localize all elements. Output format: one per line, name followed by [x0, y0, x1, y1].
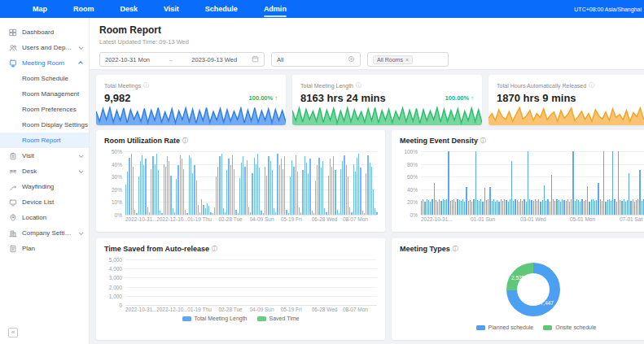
bar: [306, 163, 307, 215]
bar: [440, 201, 441, 215]
info-icon[interactable]: ⓘ: [356, 81, 361, 89]
sidebar-item-room-display-settings[interactable]: Room Display Settings: [0, 117, 89, 133]
bar: [207, 203, 208, 215]
date-end-value[interactable]: 2023-09-13 Wed: [191, 56, 237, 63]
stacked-bar-chart-time-saved-from-auto-release[interactable]: 5,0004,0003,0002,0001,0000: [125, 259, 377, 305]
legend-swatch: [182, 316, 191, 321]
bar: [600, 199, 601, 215]
bar: [235, 210, 236, 215]
bar: [208, 206, 209, 215]
bar: [517, 200, 518, 215]
info-icon[interactable]: ⓘ: [589, 81, 594, 89]
bar: [174, 212, 175, 215]
info-icon[interactable]: ⓘ: [182, 137, 188, 145]
bar: [470, 200, 471, 215]
nav-item-visit[interactable]: Visit: [164, 0, 179, 18]
info-icon[interactable]: ⓘ: [480, 137, 486, 145]
sidebar-item-location[interactable]: Location: [0, 210, 89, 225]
bar: [151, 169, 151, 215]
sidebar-item-room-management[interactable]: Room Management: [0, 86, 89, 102]
date-start-value[interactable]: 2022-10-31 Mon: [105, 56, 150, 63]
bar: [576, 199, 577, 215]
plan-icon: [8, 244, 17, 253]
bar: [504, 199, 505, 216]
timezone-label[interactable]: UTC+08:00 Asia/Shanghai: [574, 7, 644, 12]
legend-item-total-meeting-length[interactable]: Total Meeting Length: [182, 316, 248, 321]
nav-item-map[interactable]: Map: [33, 0, 47, 18]
bar: [248, 207, 249, 215]
sidebar-item-visit[interactable]: Visit: [0, 148, 89, 163]
sidebar-item-users-and-departments[interactable]: Users and Departments: [0, 40, 89, 55]
rooms-select[interactable]: All Rooms ×: [367, 52, 449, 67]
sidebar-item-meeting-room[interactable]: Meeting Room: [0, 55, 89, 71]
bar: [167, 156, 168, 215]
nav-item-admin[interactable]: Admin: [264, 0, 287, 18]
bar: [614, 199, 615, 215]
bar: [247, 160, 248, 215]
chart-title: Room Utilization Rate: [104, 137, 180, 145]
legend-item-saved-time[interactable]: Saved Time: [257, 316, 300, 321]
bar: [559, 200, 559, 215]
chart-panel-meeting-types: Meeting Typesⓘ7,4472,535Planned schedule…: [392, 238, 644, 340]
x-axis-tick: 06-28 Wed: [312, 307, 343, 312]
bar-chart-room-utilization-rate[interactable]: 50%40%30%20%10%0%: [125, 151, 377, 215]
bar: [436, 200, 436, 215]
bar: [621, 201, 622, 215]
bar: [587, 186, 588, 215]
bar: [216, 176, 217, 215]
sidebar-item-plan[interactable]: Plan: [0, 241, 89, 256]
legend-item-planned-schedule[interactable]: Planned schedule: [476, 324, 534, 330]
bar: [445, 200, 445, 215]
sidebar-item-company-settings[interactable]: Company Settings: [0, 225, 89, 241]
sidebar: DashboardUsers and DepartmentsMeeting Ro…: [0, 18, 90, 344]
bar: [437, 202, 438, 215]
bar: [358, 154, 359, 215]
rooms-tag[interactable]: All Rooms ×: [373, 55, 413, 64]
bar: [625, 202, 626, 215]
x-axis-tick: 08-07 Mon: [343, 307, 374, 312]
sidebar-item-device-list[interactable]: Device List: [0, 194, 89, 210]
company-settings-icon: [8, 229, 17, 237]
bar: [286, 210, 287, 215]
chevron-down-icon: [79, 45, 84, 50]
nav-items: MapRoomDeskVisitScheduleAdmin: [0, 0, 287, 18]
wayfinding-icon: [8, 182, 17, 191]
date-range-picker[interactable]: 2022-10-31 Mon → 2023-09-13 Wed: [99, 52, 265, 67]
info-icon[interactable]: ⓘ: [453, 245, 458, 253]
legend-swatch: [257, 316, 266, 321]
tag-close-icon[interactable]: ×: [405, 57, 409, 63]
bar: [170, 176, 171, 215]
bar: [281, 159, 282, 215]
bar-chart-meeting-event-density[interactable]: 100%80%60%40%20%0%: [421, 151, 644, 215]
bar: [337, 210, 338, 215]
info-icon[interactable]: ⓘ: [212, 245, 217, 253]
y-axis-tick: 0%: [103, 212, 122, 218]
bar: [634, 202, 635, 215]
legend-label: Saved Time: [269, 316, 300, 321]
legend-item-onsite-schedule[interactable]: Onsite schedule: [543, 324, 596, 330]
sidebar-item-dashboard[interactable]: Dashboard: [0, 24, 89, 40]
y-axis-tick: 40%: [103, 161, 122, 167]
bar: [475, 151, 476, 215]
info-icon[interactable]: ⓘ: [143, 81, 149, 89]
donut-chart-area: 7,4472,535: [400, 258, 644, 321]
sidebar-item-wayfinding[interactable]: Wayfinding: [0, 179, 89, 194]
bar: [598, 183, 598, 215]
y-axis-tick: 30%: [103, 174, 122, 180]
sidebar-item-room-report[interactable]: Room Report: [0, 133, 89, 148]
bar: [468, 201, 469, 215]
nav-item-desk[interactable]: Desk: [120, 0, 138, 18]
donut-chart[interactable]: 7,4472,535: [506, 263, 560, 316]
sidebar-item-desk[interactable]: Desk: [0, 163, 89, 179]
sidebar-collapse-button[interactable]: «: [8, 328, 18, 337]
sidebar-item-room-schedule[interactable]: Room Schedule: [0, 71, 89, 86]
nav-item-room[interactable]: Room: [73, 0, 94, 18]
bar: [578, 200, 579, 215]
scope-select[interactable]: All: [271, 52, 361, 67]
bar: [430, 202, 431, 215]
sidebar-item-room-preferences[interactable]: Room Preferences: [0, 102, 89, 117]
nav-item-schedule[interactable]: Schedule: [205, 0, 238, 18]
bar: [351, 212, 352, 215]
bar: [177, 165, 178, 215]
bar: [370, 163, 370, 215]
